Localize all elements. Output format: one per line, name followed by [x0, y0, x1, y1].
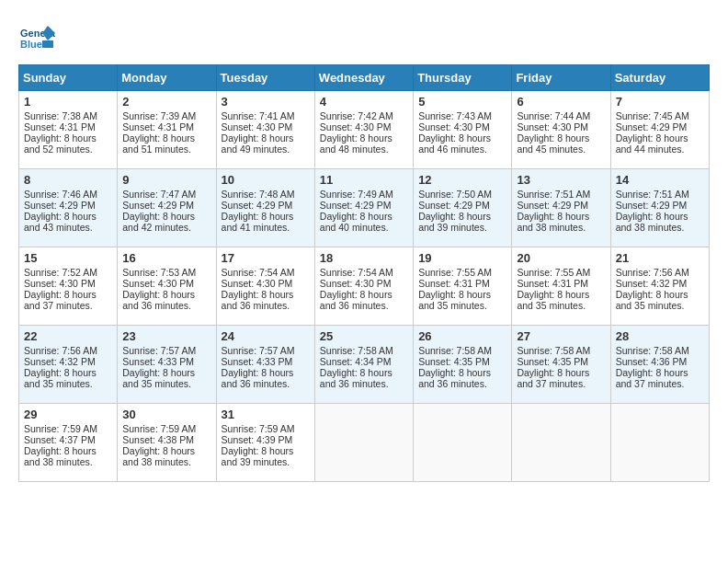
col-header-sunday: Sunday [19, 65, 118, 91]
day-number: 19 [418, 251, 506, 265]
table-row: 22Sunrise: 7:56 AMSunset: 4:32 PMDayligh… [19, 326, 118, 404]
table-row: 12Sunrise: 7:50 AMSunset: 4:29 PMDayligh… [414, 169, 512, 247]
day-number: 10 [222, 173, 310, 187]
table-row: 25Sunrise: 7:58 AMSunset: 4:34 PMDayligh… [314, 326, 413, 404]
day-number: 14 [616, 173, 704, 187]
logo-icon: General Blue [18, 18, 55, 55]
table-row: 21Sunrise: 7:56 AMSunset: 4:32 PMDayligh… [610, 247, 709, 326]
table-row: 28Sunrise: 7:58 AMSunset: 4:36 PMDayligh… [610, 326, 709, 404]
day-number: 28 [616, 329, 704, 343]
day-number: 20 [517, 251, 605, 265]
day-number: 17 [222, 251, 310, 265]
day-number: 26 [418, 329, 506, 343]
table-row: 20Sunrise: 7:55 AMSunset: 4:31 PMDayligh… [512, 247, 610, 326]
table-row: 19Sunrise: 7:55 AMSunset: 4:31 PMDayligh… [414, 247, 512, 326]
table-row [610, 404, 709, 482]
day-number: 13 [517, 173, 605, 187]
day-number: 25 [320, 329, 408, 343]
table-row: 27Sunrise: 7:58 AMSunset: 4:35 PMDayligh… [512, 326, 610, 404]
table-row: 18Sunrise: 7:54 AMSunset: 4:30 PMDayligh… [314, 247, 413, 326]
day-number: 30 [122, 408, 210, 421]
col-header-monday: Monday [118, 65, 216, 91]
table-row: 6Sunrise: 7:44 AMSunset: 4:30 PMDaylight… [512, 91, 610, 169]
day-number: 8 [24, 173, 112, 187]
col-header-saturday: Saturday [610, 65, 709, 91]
col-header-wednesday: Wednesday [314, 65, 413, 91]
table-row [414, 404, 512, 482]
col-header-friday: Friday [512, 65, 610, 91]
table-row [512, 404, 610, 482]
table-row: 26Sunrise: 7:58 AMSunset: 4:35 PMDayligh… [414, 326, 512, 404]
table-row: 15Sunrise: 7:52 AMSunset: 4:30 PMDayligh… [19, 247, 118, 326]
day-number: 7 [616, 95, 704, 109]
day-number: 22 [24, 329, 112, 343]
table-row: 7Sunrise: 7:45 AMSunset: 4:29 PMDaylight… [610, 91, 709, 169]
day-number: 16 [122, 251, 210, 265]
day-number: 15 [24, 251, 112, 265]
table-row: 8Sunrise: 7:46 AMSunset: 4:29 PMDaylight… [19, 169, 118, 247]
calendar-table: SundayMondayTuesdayWednesdayThursdayFrid… [18, 64, 710, 482]
page-header: General Blue [18, 18, 710, 55]
table-row: 14Sunrise: 7:51 AMSunset: 4:29 PMDayligh… [610, 169, 709, 247]
day-number: 23 [122, 329, 210, 343]
table-row: 31Sunrise: 7:59 AMSunset: 4:39 PMDayligh… [216, 404, 314, 482]
day-number: 24 [222, 329, 310, 343]
table-row: 10Sunrise: 7:48 AMSunset: 4:29 PMDayligh… [216, 169, 314, 247]
table-row: 13Sunrise: 7:51 AMSunset: 4:29 PMDayligh… [512, 169, 610, 247]
day-number: 11 [320, 173, 408, 187]
col-header-tuesday: Tuesday [216, 65, 314, 91]
day-number: 4 [320, 95, 408, 109]
table-row: 16Sunrise: 7:53 AMSunset: 4:30 PMDayligh… [118, 247, 216, 326]
day-number: 2 [122, 95, 210, 109]
table-row: 17Sunrise: 7:54 AMSunset: 4:30 PMDayligh… [216, 247, 314, 326]
svg-text:Blue: Blue [20, 39, 42, 50]
table-row: 1Sunrise: 7:38 AMSunset: 4:31 PMDaylight… [19, 91, 118, 169]
table-row: 30Sunrise: 7:59 AMSunset: 4:38 PMDayligh… [118, 404, 216, 482]
day-number: 31 [222, 408, 310, 421]
day-number: 6 [517, 95, 605, 109]
day-number: 3 [222, 95, 310, 109]
day-number: 29 [24, 408, 112, 421]
logo: General Blue [18, 18, 59, 55]
col-header-thursday: Thursday [414, 65, 512, 91]
table-row: 11Sunrise: 7:49 AMSunset: 4:29 PMDayligh… [314, 169, 413, 247]
table-row: 4Sunrise: 7:42 AMSunset: 4:30 PMDaylight… [314, 91, 413, 169]
table-row: 24Sunrise: 7:57 AMSunset: 4:33 PMDayligh… [216, 326, 314, 404]
day-number: 21 [616, 251, 704, 265]
table-row: 3Sunrise: 7:41 AMSunset: 4:30 PMDaylight… [216, 91, 314, 169]
day-number: 18 [320, 251, 408, 265]
table-row: 9Sunrise: 7:47 AMSunset: 4:29 PMDaylight… [118, 169, 216, 247]
day-number: 27 [517, 329, 605, 343]
table-row: 2Sunrise: 7:39 AMSunset: 4:31 PMDaylight… [118, 91, 216, 169]
table-row [314, 404, 413, 482]
table-row: 29Sunrise: 7:59 AMSunset: 4:37 PMDayligh… [19, 404, 118, 482]
table-row: 5Sunrise: 7:43 AMSunset: 4:30 PMDaylight… [414, 91, 512, 169]
table-row: 23Sunrise: 7:57 AMSunset: 4:33 PMDayligh… [118, 326, 216, 404]
day-number: 12 [418, 173, 506, 187]
day-number: 9 [122, 173, 210, 187]
day-number: 1 [24, 95, 112, 109]
day-number: 5 [418, 95, 506, 109]
